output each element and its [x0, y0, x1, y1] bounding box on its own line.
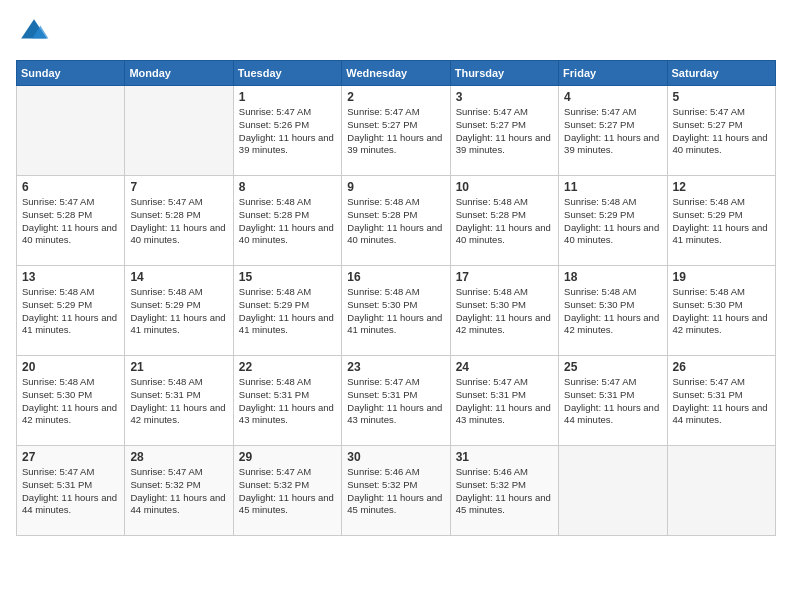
cell-info: Sunrise: 5:48 AM Sunset: 5:31 PM Dayligh… — [239, 376, 336, 427]
day-header-friday: Friday — [559, 61, 667, 86]
day-number: 26 — [673, 360, 770, 374]
calendar-cell: 31Sunrise: 5:46 AM Sunset: 5:32 PM Dayli… — [450, 446, 558, 536]
cell-info: Sunrise: 5:47 AM Sunset: 5:27 PM Dayligh… — [564, 106, 661, 157]
day-header-tuesday: Tuesday — [233, 61, 341, 86]
calendar-cell: 23Sunrise: 5:47 AM Sunset: 5:31 PM Dayli… — [342, 356, 450, 446]
calendar-cell: 3Sunrise: 5:47 AM Sunset: 5:27 PM Daylig… — [450, 86, 558, 176]
cell-info: Sunrise: 5:48 AM Sunset: 5:29 PM Dayligh… — [130, 286, 227, 337]
day-number: 5 — [673, 90, 770, 104]
day-number: 7 — [130, 180, 227, 194]
logo-icon — [18, 16, 50, 48]
day-number: 23 — [347, 360, 444, 374]
cell-info: Sunrise: 5:47 AM Sunset: 5:26 PM Dayligh… — [239, 106, 336, 157]
day-number: 3 — [456, 90, 553, 104]
calendar-week-row: 27Sunrise: 5:47 AM Sunset: 5:31 PM Dayli… — [17, 446, 776, 536]
calendar-cell: 10Sunrise: 5:48 AM Sunset: 5:28 PM Dayli… — [450, 176, 558, 266]
day-number: 17 — [456, 270, 553, 284]
calendar-table: SundayMondayTuesdayWednesdayThursdayFrid… — [16, 60, 776, 536]
day-number: 25 — [564, 360, 661, 374]
cell-info: Sunrise: 5:48 AM Sunset: 5:28 PM Dayligh… — [347, 196, 444, 247]
day-number: 30 — [347, 450, 444, 464]
calendar-cell: 11Sunrise: 5:48 AM Sunset: 5:29 PM Dayli… — [559, 176, 667, 266]
calendar-cell: 29Sunrise: 5:47 AM Sunset: 5:32 PM Dayli… — [233, 446, 341, 536]
day-number: 24 — [456, 360, 553, 374]
cell-info: Sunrise: 5:48 AM Sunset: 5:29 PM Dayligh… — [564, 196, 661, 247]
calendar-cell: 28Sunrise: 5:47 AM Sunset: 5:32 PM Dayli… — [125, 446, 233, 536]
day-number: 10 — [456, 180, 553, 194]
calendar-cell: 22Sunrise: 5:48 AM Sunset: 5:31 PM Dayli… — [233, 356, 341, 446]
calendar-cell: 27Sunrise: 5:47 AM Sunset: 5:31 PM Dayli… — [17, 446, 125, 536]
day-number: 28 — [130, 450, 227, 464]
calendar-cell: 14Sunrise: 5:48 AM Sunset: 5:29 PM Dayli… — [125, 266, 233, 356]
calendar-cell: 7Sunrise: 5:47 AM Sunset: 5:28 PM Daylig… — [125, 176, 233, 266]
day-number: 13 — [22, 270, 119, 284]
calendar-cell: 26Sunrise: 5:47 AM Sunset: 5:31 PM Dayli… — [667, 356, 775, 446]
calendar-cell — [559, 446, 667, 536]
calendar-cell: 30Sunrise: 5:46 AM Sunset: 5:32 PM Dayli… — [342, 446, 450, 536]
day-number: 22 — [239, 360, 336, 374]
cell-info: Sunrise: 5:48 AM Sunset: 5:30 PM Dayligh… — [347, 286, 444, 337]
calendar-cell: 1Sunrise: 5:47 AM Sunset: 5:26 PM Daylig… — [233, 86, 341, 176]
cell-info: Sunrise: 5:48 AM Sunset: 5:30 PM Dayligh… — [564, 286, 661, 337]
cell-info: Sunrise: 5:48 AM Sunset: 5:30 PM Dayligh… — [22, 376, 119, 427]
day-header-sunday: Sunday — [17, 61, 125, 86]
day-number: 11 — [564, 180, 661, 194]
day-number: 15 — [239, 270, 336, 284]
page-header — [16, 16, 776, 48]
calendar-cell — [125, 86, 233, 176]
day-number: 27 — [22, 450, 119, 464]
day-number: 14 — [130, 270, 227, 284]
calendar-cell: 24Sunrise: 5:47 AM Sunset: 5:31 PM Dayli… — [450, 356, 558, 446]
cell-info: Sunrise: 5:48 AM Sunset: 5:28 PM Dayligh… — [456, 196, 553, 247]
calendar-cell: 25Sunrise: 5:47 AM Sunset: 5:31 PM Dayli… — [559, 356, 667, 446]
cell-info: Sunrise: 5:47 AM Sunset: 5:31 PM Dayligh… — [22, 466, 119, 517]
calendar-cell: 2Sunrise: 5:47 AM Sunset: 5:27 PM Daylig… — [342, 86, 450, 176]
cell-info: Sunrise: 5:47 AM Sunset: 5:28 PM Dayligh… — [22, 196, 119, 247]
day-number: 29 — [239, 450, 336, 464]
cell-info: Sunrise: 5:47 AM Sunset: 5:27 PM Dayligh… — [347, 106, 444, 157]
calendar-cell: 4Sunrise: 5:47 AM Sunset: 5:27 PM Daylig… — [559, 86, 667, 176]
cell-info: Sunrise: 5:47 AM Sunset: 5:27 PM Dayligh… — [673, 106, 770, 157]
day-number: 12 — [673, 180, 770, 194]
day-number: 21 — [130, 360, 227, 374]
cell-info: Sunrise: 5:46 AM Sunset: 5:32 PM Dayligh… — [456, 466, 553, 517]
cell-info: Sunrise: 5:48 AM Sunset: 5:31 PM Dayligh… — [130, 376, 227, 427]
calendar-cell: 18Sunrise: 5:48 AM Sunset: 5:30 PM Dayli… — [559, 266, 667, 356]
cell-info: Sunrise: 5:47 AM Sunset: 5:31 PM Dayligh… — [347, 376, 444, 427]
cell-info: Sunrise: 5:48 AM Sunset: 5:28 PM Dayligh… — [239, 196, 336, 247]
calendar-cell: 9Sunrise: 5:48 AM Sunset: 5:28 PM Daylig… — [342, 176, 450, 266]
day-number: 9 — [347, 180, 444, 194]
calendar-cell: 8Sunrise: 5:48 AM Sunset: 5:28 PM Daylig… — [233, 176, 341, 266]
day-header-monday: Monday — [125, 61, 233, 86]
day-number: 8 — [239, 180, 336, 194]
day-header-thursday: Thursday — [450, 61, 558, 86]
calendar-cell: 6Sunrise: 5:47 AM Sunset: 5:28 PM Daylig… — [17, 176, 125, 266]
calendar-cell: 21Sunrise: 5:48 AM Sunset: 5:31 PM Dayli… — [125, 356, 233, 446]
cell-info: Sunrise: 5:48 AM Sunset: 5:29 PM Dayligh… — [239, 286, 336, 337]
calendar-cell: 19Sunrise: 5:48 AM Sunset: 5:30 PM Dayli… — [667, 266, 775, 356]
cell-info: Sunrise: 5:47 AM Sunset: 5:28 PM Dayligh… — [130, 196, 227, 247]
day-number: 2 — [347, 90, 444, 104]
day-number: 4 — [564, 90, 661, 104]
day-number: 6 — [22, 180, 119, 194]
cell-info: Sunrise: 5:47 AM Sunset: 5:27 PM Dayligh… — [456, 106, 553, 157]
day-number: 1 — [239, 90, 336, 104]
calendar-cell: 20Sunrise: 5:48 AM Sunset: 5:30 PM Dayli… — [17, 356, 125, 446]
logo — [16, 16, 50, 48]
calendar-cell — [17, 86, 125, 176]
cell-info: Sunrise: 5:48 AM Sunset: 5:30 PM Dayligh… — [673, 286, 770, 337]
calendar-week-row: 20Sunrise: 5:48 AM Sunset: 5:30 PM Dayli… — [17, 356, 776, 446]
cell-info: Sunrise: 5:47 AM Sunset: 5:31 PM Dayligh… — [673, 376, 770, 427]
cell-info: Sunrise: 5:48 AM Sunset: 5:29 PM Dayligh… — [22, 286, 119, 337]
cell-info: Sunrise: 5:48 AM Sunset: 5:29 PM Dayligh… — [673, 196, 770, 247]
cell-info: Sunrise: 5:47 AM Sunset: 5:32 PM Dayligh… — [239, 466, 336, 517]
calendar-cell — [667, 446, 775, 536]
calendar-cell: 5Sunrise: 5:47 AM Sunset: 5:27 PM Daylig… — [667, 86, 775, 176]
calendar-cell: 12Sunrise: 5:48 AM Sunset: 5:29 PM Dayli… — [667, 176, 775, 266]
cell-info: Sunrise: 5:47 AM Sunset: 5:31 PM Dayligh… — [456, 376, 553, 427]
day-number: 19 — [673, 270, 770, 284]
day-number: 20 — [22, 360, 119, 374]
day-header-saturday: Saturday — [667, 61, 775, 86]
day-header-wednesday: Wednesday — [342, 61, 450, 86]
calendar-week-row: 1Sunrise: 5:47 AM Sunset: 5:26 PM Daylig… — [17, 86, 776, 176]
